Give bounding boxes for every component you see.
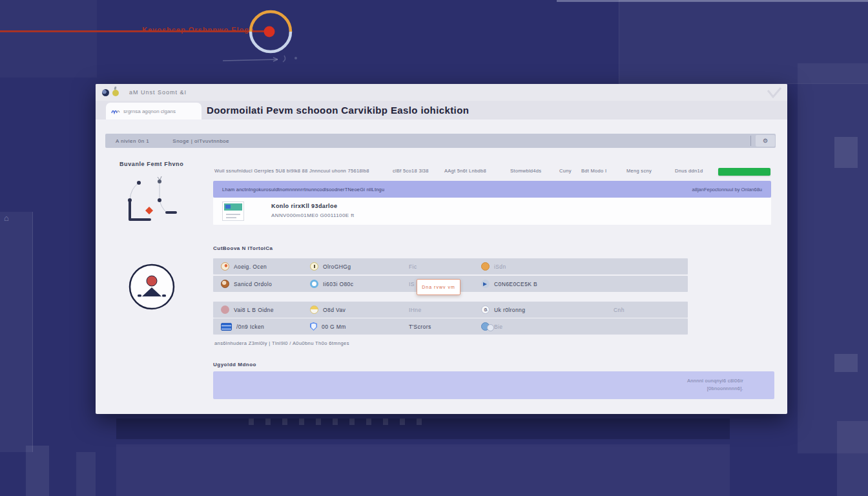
app-window: aM Unst Soomt &I srgrnsa agqnon clgans D… xyxy=(96,84,787,414)
toolbar-action-button[interactable]: ⚙ xyxy=(756,135,775,147)
green-progress-button[interactable] xyxy=(718,168,770,176)
chevron-icon xyxy=(767,87,782,98)
target-ring xyxy=(247,8,294,56)
meta-row: Wuil ssnufnlducl Gerrples 5U8 bi9lk8 88 … xyxy=(96,168,787,176)
cell-label: Fic xyxy=(409,264,417,270)
cell-label: Ii603i O80c xyxy=(323,281,353,287)
cell-label: IS xyxy=(409,281,415,287)
sidebar-heading: Buvanle Femt Fhvno xyxy=(119,161,183,167)
six-badge-icon xyxy=(481,305,490,314)
meta-item: Wuil ssnufnlducl Gerrples 5U8 bi9lk8 88 … xyxy=(214,168,369,174)
meta-item: Stomwbld4ds xyxy=(510,168,541,174)
ring-icon xyxy=(310,280,318,288)
clock-icon xyxy=(310,262,318,271)
bg-box-right-2 xyxy=(834,354,858,372)
toolbar-item-2[interactable]: Snoge | olTvuvtnnboe xyxy=(172,138,229,144)
sidebar-diagram xyxy=(121,174,205,232)
table-row[interactable]: /0n9 Icken 00 G Mm T'Scrors Bie xyxy=(213,318,688,335)
bg-band-bottom-dark xyxy=(116,418,730,439)
cell-label: Cnh xyxy=(614,307,625,313)
pin-icon: ⚙ xyxy=(763,138,768,144)
browser-tab[interactable]: srgrnsa agqnon clgans xyxy=(106,103,202,119)
home-icon: ⌂ xyxy=(4,213,9,223)
meta-item: Cuny xyxy=(559,168,572,174)
document-title: Konlo rirxKll 93darloe xyxy=(271,203,337,209)
cell-label: /0n9 Icken xyxy=(236,324,264,330)
meta-item: Meng scny xyxy=(626,168,652,174)
toolbar: A nivlen 0n 1 Snoge | olTvuvtnnboe ⚙ xyxy=(105,134,776,148)
cell-label: IHne xyxy=(409,307,422,313)
shield-icon xyxy=(310,322,317,331)
diamond-marker xyxy=(145,207,153,214)
upload-hint-line2: [0bnoonnnnn6]. xyxy=(687,385,743,393)
avatar xyxy=(128,263,176,311)
cell-label: Bie xyxy=(494,324,503,330)
bg-panel-topleft xyxy=(0,0,97,78)
window-orb-yellow-icon[interactable] xyxy=(112,90,119,96)
cell-label: Aoeig. Ocen xyxy=(234,264,267,270)
sun-icon xyxy=(310,305,318,314)
table-row[interactable]: Vai8 L B Oidne O8d Vav IHne Uk r0lronng … xyxy=(213,302,688,318)
coin-icon xyxy=(221,262,229,271)
bg-box-bottomleft-2 xyxy=(76,452,96,496)
bg-band-bottom-light xyxy=(116,444,730,496)
bg-panel-right xyxy=(798,63,868,453)
document-card[interactable]: Konlo rirxKll 93darloe ANNV000m01ME0 G00… xyxy=(213,198,771,225)
footer-note: ans6lnhudera Z3ml0ly | Tlnl9l0 / A0u0bnu… xyxy=(214,340,349,346)
coins-icon xyxy=(481,322,490,331)
bg-square-row xyxy=(249,418,429,425)
meta-item: AAgt 5n6t Lnbdb8 xyxy=(444,168,486,174)
bg-panel-left xyxy=(0,212,33,452)
tooltip-text: Dna rvwv vm xyxy=(422,285,455,289)
section-heading-1: CutBoova N ITortoiCa xyxy=(213,245,273,251)
cell-label: iSdn xyxy=(494,264,506,270)
meta-item: Dnus ddn1d xyxy=(675,168,703,174)
bg-box-bottomleft-1 xyxy=(26,446,49,496)
notification-banner[interactable]: Lham anctntngokurosuldtnomnnnnrrtnunncod… xyxy=(213,181,771,198)
document-thumbnail-icon xyxy=(222,202,244,221)
meta-item: Bdt Modo I xyxy=(581,168,606,174)
toolbar-item-1[interactable]: A nivlen 0n 1 xyxy=(116,138,149,144)
window-orb-dark-icon[interactable] xyxy=(102,89,109,96)
table-row[interactable]: Aoeig. Ocen OlroGHGg Fic iSdn xyxy=(213,258,688,274)
ribbon-text: Kevoshcep Orsbnnwo Eloge xyxy=(142,26,254,34)
person-badge-icon xyxy=(481,280,490,288)
window-titlebar: aM Unst Soomt &I xyxy=(96,84,787,101)
banner-text: Lham anctntngokurosuldtnomnnnnrrtnunncod… xyxy=(222,187,384,192)
tab-logo-icon xyxy=(111,108,120,114)
bg-sketch-arrow xyxy=(220,52,420,71)
cell-label: O8d Vav xyxy=(323,307,346,313)
section-heading-2: Ugyoldd Mdnoo xyxy=(213,362,256,367)
cell-label: T'Scrors xyxy=(409,324,431,330)
bg-box-right-1 xyxy=(834,137,858,168)
banner-right-text: a8janFepoctonnuul by Onlan68u xyxy=(692,187,762,192)
upload-hint-line1: Annnnl ounqnyl6 c8l06ir xyxy=(687,377,743,385)
cell-label: Vai8 L B Oidne xyxy=(234,307,274,313)
orange-badge-icon xyxy=(481,262,490,271)
tab-label: srgrnsa agqnon clgans xyxy=(123,108,176,114)
swirl-icon xyxy=(221,280,229,288)
cell-label: Sanicd Ordolo xyxy=(234,281,272,287)
target-dot xyxy=(264,26,275,37)
meta-item: clBf 5co18 3l38 xyxy=(393,168,429,174)
cell-label: Uk r0lronng xyxy=(494,307,525,313)
cell-label: 00 G Mm xyxy=(322,324,346,330)
window-menu-text[interactable]: aM Unst Soomt &I xyxy=(129,89,187,96)
bg-top-strip xyxy=(557,0,868,2)
tooltip-popup: Dna rvwv vm xyxy=(417,279,460,295)
bg-box-right-3 xyxy=(837,421,868,496)
page-title: Doormoilati Pevm schooon Carvikibp Easlo… xyxy=(207,105,469,116)
cell-label: OlroGHGg xyxy=(323,264,351,270)
document-subtitle: ANNV000m01ME0 G0011100E ft xyxy=(271,212,354,218)
cell-label: C0N6E0CE5K B xyxy=(494,281,537,287)
upload-dropzone[interactable]: Annnnl ounqnyl6 c8l06ir [0bnoonnnnn6]. xyxy=(213,371,774,399)
pink-dot-icon xyxy=(221,305,229,314)
cards-icon xyxy=(221,323,232,331)
toolbar-divider xyxy=(750,136,751,146)
bg-panel-topright xyxy=(619,0,868,84)
upload-hint: Annnnl ounqnyl6 c8l06ir [0bnoonnnnn6]. xyxy=(687,377,743,393)
